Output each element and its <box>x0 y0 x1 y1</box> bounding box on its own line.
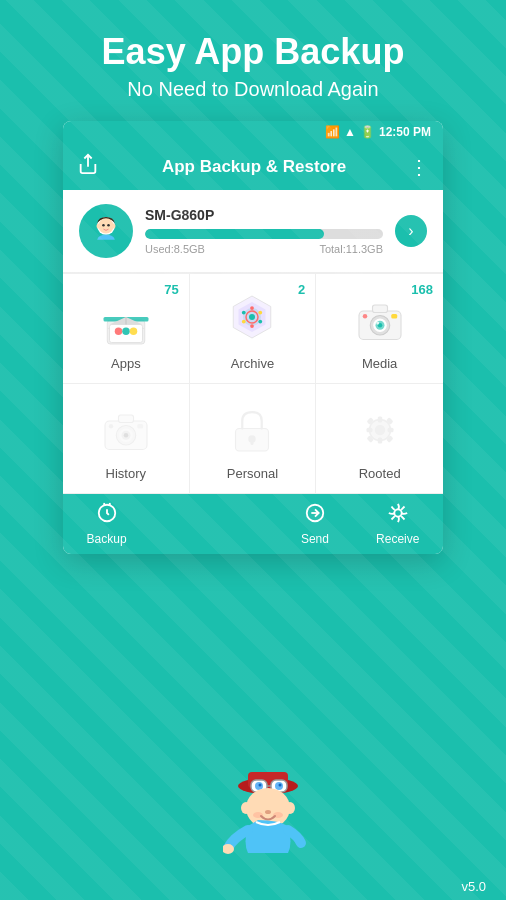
rooted-label: Rooted <box>359 466 401 481</box>
nav-send[interactable]: Send <box>301 502 329 546</box>
grid-item-history[interactable]: History <box>63 384 190 494</box>
wifi-icon: 📶 <box>325 125 340 139</box>
svg-point-21 <box>259 320 263 324</box>
device-name: SM-G860P <box>145 207 383 223</box>
svg-point-70 <box>285 802 295 814</box>
media-label: Media <box>362 356 397 371</box>
svg-point-23 <box>242 320 246 324</box>
svg-point-38 <box>124 433 129 438</box>
mascot <box>223 758 313 858</box>
grid-item-archive[interactable]: 2 Archive <box>190 274 317 384</box>
svg-point-19 <box>251 306 255 310</box>
app-header: App Backup & Restore ⋮ <box>63 143 443 190</box>
svg-point-3 <box>102 224 105 227</box>
device-arrow-button[interactable]: › <box>395 215 427 247</box>
personal-icon <box>222 400 282 460</box>
svg-rect-49 <box>366 428 372 433</box>
avatar <box>79 204 133 258</box>
personal-label: Personal <box>227 466 278 481</box>
nav-backup[interactable]: Backup <box>87 502 127 546</box>
apps-count: 75 <box>164 282 178 297</box>
grid-item-personal[interactable]: Personal <box>190 384 317 494</box>
hero-subtitle: No Need to Download Again <box>0 78 506 101</box>
svg-rect-31 <box>391 314 397 319</box>
status-icons: 📶 ▲ 🔋 12:50 PM <box>325 125 431 139</box>
phone-mockup: 📶 ▲ 🔋 12:50 PM App Backup & Restore ⋮ <box>63 121 443 554</box>
device-details: SM-G860P Used:8.5GB Total:11.3GB <box>145 207 383 255</box>
backup-label: Backup <box>87 532 127 546</box>
grid-item-media[interactable]: 168 Media <box>316 274 443 384</box>
svg-point-11 <box>122 328 130 336</box>
svg-point-12 <box>130 328 138 336</box>
history-label: History <box>106 466 146 481</box>
archive-label: Archive <box>231 356 274 371</box>
svg-rect-48 <box>377 438 382 444</box>
archive-icon <box>222 290 282 350</box>
apps-label: Apps <box>111 356 141 371</box>
receive-label: Receive <box>376 532 419 546</box>
media-icon <box>350 290 410 350</box>
svg-point-24 <box>242 311 246 315</box>
signal-icon: ▲ <box>344 125 356 139</box>
history-icon <box>96 400 156 460</box>
device-info: SM-G860P Used:8.5GB Total:11.3GB › <box>63 190 443 273</box>
svg-point-58 <box>394 510 401 517</box>
svg-rect-39 <box>118 415 133 423</box>
storage-progress-fill <box>145 229 324 239</box>
status-time: 12:50 PM <box>379 125 431 139</box>
svg-point-32 <box>376 322 379 325</box>
nav-receive[interactable]: Receive <box>376 502 419 546</box>
svg-point-33 <box>362 314 367 319</box>
storage-progress-bar <box>145 229 383 239</box>
more-options-icon[interactable]: ⋮ <box>409 155 429 179</box>
svg-rect-40 <box>137 424 143 429</box>
svg-rect-50 <box>387 428 393 433</box>
archive-count: 2 <box>298 282 305 297</box>
media-count: 168 <box>411 282 433 297</box>
svg-point-66 <box>279 784 282 787</box>
hero-section: Easy App Backup No Need to Download Agai… <box>0 0 506 121</box>
svg-rect-30 <box>372 305 387 313</box>
hero-title: Easy App Backup <box>0 30 506 73</box>
battery-icon: 🔋 <box>360 125 375 139</box>
svg-point-69 <box>241 802 251 814</box>
svg-point-46 <box>374 425 385 436</box>
used-storage: Used:8.5GB <box>145 243 205 255</box>
apps-icon <box>96 290 156 350</box>
svg-point-2 <box>98 219 113 234</box>
backup-icon <box>96 502 118 529</box>
share-icon[interactable] <box>77 153 99 180</box>
grid-menu: 75 Apps 2 <box>63 273 443 494</box>
header-title: App Backup & Restore <box>162 157 346 177</box>
svg-rect-47 <box>377 417 382 423</box>
send-label: Send <box>301 532 329 546</box>
receive-icon <box>387 502 409 529</box>
svg-point-20 <box>259 311 263 315</box>
svg-point-6 <box>112 224 116 229</box>
svg-point-18 <box>249 314 255 320</box>
svg-point-41 <box>109 424 114 429</box>
grid-item-apps[interactable]: 75 Apps <box>63 274 190 384</box>
svg-point-5 <box>97 224 101 229</box>
send-icon <box>304 502 326 529</box>
version-text: v5.0 <box>461 879 486 894</box>
status-bar: 📶 ▲ 🔋 12:50 PM <box>63 121 443 143</box>
svg-point-22 <box>251 324 255 328</box>
bottom-nav: Backup Send <box>63 494 443 554</box>
total-storage: Total:11.3GB <box>319 243 383 255</box>
grid-item-rooted[interactable]: Rooted <box>316 384 443 494</box>
svg-point-4 <box>107 224 110 227</box>
svg-point-10 <box>115 328 123 336</box>
storage-text: Used:8.5GB Total:11.3GB <box>145 243 383 255</box>
svg-rect-44 <box>251 439 254 445</box>
svg-point-65 <box>259 784 262 787</box>
rooted-icon <box>350 400 410 460</box>
svg-point-73 <box>265 810 271 814</box>
